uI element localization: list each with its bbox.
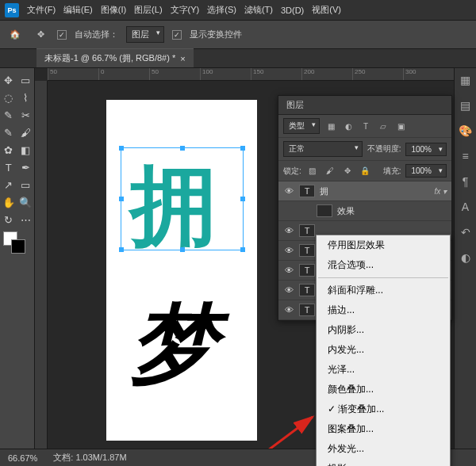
menu-file[interactable]: 文件(F) <box>27 4 56 16</box>
lock-transparent-icon[interactable]: ▨ <box>306 165 319 178</box>
clone-tool[interactable]: ✿ <box>0 141 17 159</box>
layer-name[interactable]: 拥 <box>320 185 429 197</box>
tools-panel: ✥ ▭ ◌ ⌇ ✎ ✂ ✎ 🖌 ✿ ◧ T ✒ ↗ ▭ ✋ 🔍 ↻ ⋯ <box>0 68 35 449</box>
menu-filter[interactable]: 滤镜(T) <box>244 4 273 16</box>
background-swatch[interactable] <box>11 239 25 254</box>
context-menu-item[interactable]: ✓ 渐变叠加... <box>317 399 450 419</box>
dock-adjustments-icon[interactable]: ≡ <box>459 149 473 163</box>
filter-pixel-icon[interactable]: ▦ <box>324 120 337 132</box>
context-menu-item[interactable]: 颜色叠加... <box>317 380 450 399</box>
lock-all-icon[interactable]: 🔒 <box>359 165 371 178</box>
dock-histogram-icon[interactable]: ▦ <box>459 73 473 87</box>
eyedropper-tool[interactable]: ✎ <box>0 124 17 141</box>
type-tool[interactable]: T <box>0 159 17 176</box>
menu-image[interactable]: 图像(I) <box>101 4 126 16</box>
visibility-icon[interactable]: 👁 <box>283 265 294 275</box>
context-menu-item[interactable]: 混合选项... <box>317 255 450 275</box>
show-transform-checkbox[interactable]: ✓ <box>172 30 182 40</box>
pen-tool[interactable]: ✒ <box>17 159 35 176</box>
context-menu-item[interactable]: 光泽... <box>317 360 450 380</box>
visibility-icon[interactable]: 👁 <box>283 186 294 196</box>
options-bar: 🏠 ✥ ✓ 自动选择： 图层 ✓ 显示变换控件 <box>0 21 476 49</box>
context-menu-item[interactable]: 斜面和浮雕... <box>317 281 450 300</box>
move-tool[interactable]: ✥ <box>0 71 17 89</box>
auto-select-target-dropdown[interactable]: 图层 <box>126 26 164 43</box>
dock-color-icon[interactable]: 🎨 <box>459 124 473 138</box>
dock-cc-icon[interactable]: ◐ <box>459 250 473 265</box>
document-tab[interactable]: 未标题-1 @ 66.7% (拥, RGB/8#) * × <box>36 48 194 67</box>
filter-type-icon[interactable]: T <box>359 120 372 132</box>
edit-toolbar[interactable]: ⋯ <box>17 211 35 228</box>
quick-select-tool[interactable]: ✎ <box>0 106 17 124</box>
document-tabs: 未标题-1 @ 66.7% (拥, RGB/8#) * × <box>0 49 476 68</box>
layer-thumb: T <box>299 304 315 316</box>
brush-tool[interactable]: 🖌 <box>17 124 35 141</box>
document-canvas[interactable]: 拥 梦 <box>106 100 257 441</box>
rotate-tool[interactable]: ↻ <box>0 211 17 228</box>
eraser-tool[interactable]: ◧ <box>17 141 35 159</box>
lock-pixels-icon[interactable]: 🖌 <box>324 165 336 178</box>
visibility-icon[interactable]: 👁 <box>283 305 294 315</box>
context-menu-item[interactable]: 内阴影... <box>317 320 450 340</box>
context-menu-item[interactable]: 外发光... <box>317 439 450 459</box>
text-layer-1[interactable]: 拥 <box>130 147 217 265</box>
filter-shape-icon[interactable]: ▱ <box>377 120 390 132</box>
context-menu-item[interactable]: 投影... <box>317 459 450 466</box>
move-tool-icon[interactable]: ✥ <box>32 26 49 44</box>
dock-history-icon[interactable]: ↶ <box>459 225 473 239</box>
app-logo: Ps <box>5 3 19 17</box>
close-tab-icon[interactable]: × <box>180 54 185 63</box>
menu-3d[interactable]: 3D(D) <box>281 6 304 15</box>
menu-edit[interactable]: 编辑(E) <box>63 4 93 16</box>
layers-panel-tab[interactable]: 图层 <box>278 96 451 115</box>
opacity-value[interactable]: 100% <box>405 143 447 156</box>
lock-label: 锁定: <box>283 166 301 177</box>
context-menu-item[interactable]: 内发光... <box>317 340 450 360</box>
filter-adjust-icon[interactable]: ◐ <box>342 120 355 132</box>
layer-name[interactable]: 效果 <box>337 205 447 217</box>
blend-mode-dropdown[interactable]: 正常 <box>283 141 363 157</box>
zoom-level[interactable]: 66.67% <box>8 453 37 463</box>
menu-view[interactable]: 视图(V) <box>312 4 341 16</box>
layer-thumb: T <box>299 185 315 197</box>
layer-thumb: T <box>299 244 315 257</box>
menu-select[interactable]: 选择(S) <box>207 4 236 16</box>
visibility-icon[interactable]: 👁 <box>283 246 294 255</box>
lasso-tool[interactable]: ⌇ <box>17 89 35 106</box>
context-menu-item[interactable]: 停用图层效果 <box>317 235 450 255</box>
filter-smart-icon[interactable]: ▣ <box>394 120 407 132</box>
text-layer-2[interactable]: 梦 <box>130 286 217 404</box>
dock-paragraph-icon[interactable]: ¶ <box>459 174 473 189</box>
menu-layer[interactable]: 图层(L) <box>134 4 162 16</box>
layer-row[interactable]: 👁T拥fx ▾ <box>278 181 451 201</box>
layer-row[interactable]: 效果 <box>278 201 451 221</box>
hand-tool[interactable]: ✋ <box>0 193 17 211</box>
path-tool[interactable]: ↗ <box>0 176 17 193</box>
home-icon[interactable]: 🏠 <box>6 26 24 44</box>
visibility-icon[interactable]: 👁 <box>283 226 294 235</box>
zoom-tool[interactable]: 🔍 <box>17 193 35 211</box>
context-menu-item[interactable]: 描边... <box>317 300 450 320</box>
opacity-label: 不透明度: <box>367 143 401 155</box>
context-menu-item[interactable]: 图案叠加... <box>317 419 450 439</box>
menu-type[interactable]: 文字(Y) <box>171 4 200 16</box>
dock-character-icon[interactable]: A <box>459 200 473 214</box>
visibility-icon[interactable]: 👁 <box>283 285 294 295</box>
marquee-tool[interactable]: ◌ <box>0 89 17 106</box>
artboard-tool[interactable]: ▭ <box>17 71 35 89</box>
lock-position-icon[interactable]: ✥ <box>341 165 354 178</box>
blend-row: 正常 不透明度: 100% <box>278 138 451 161</box>
auto-select-checkbox[interactable]: ✓ <box>57 30 67 40</box>
layer-thumb: T <box>299 284 315 296</box>
document-info: 文档: 1.03M/1.87M <box>53 452 126 464</box>
dock-swatches-icon[interactable]: ▤ <box>459 98 473 113</box>
ruler-vertical <box>35 81 48 449</box>
shape-tool[interactable]: ▭ <box>17 176 35 193</box>
filter-kind-dropdown[interactable]: 类型 <box>283 118 320 134</box>
fill-value[interactable]: 100% <box>405 164 447 178</box>
fill-label: 填充: <box>383 166 401 177</box>
fx-badge[interactable]: fx ▾ <box>434 187 447 196</box>
color-swatches[interactable] <box>0 231 34 255</box>
layer-thumb: T <box>299 224 315 237</box>
crop-tool[interactable]: ✂ <box>17 106 35 124</box>
